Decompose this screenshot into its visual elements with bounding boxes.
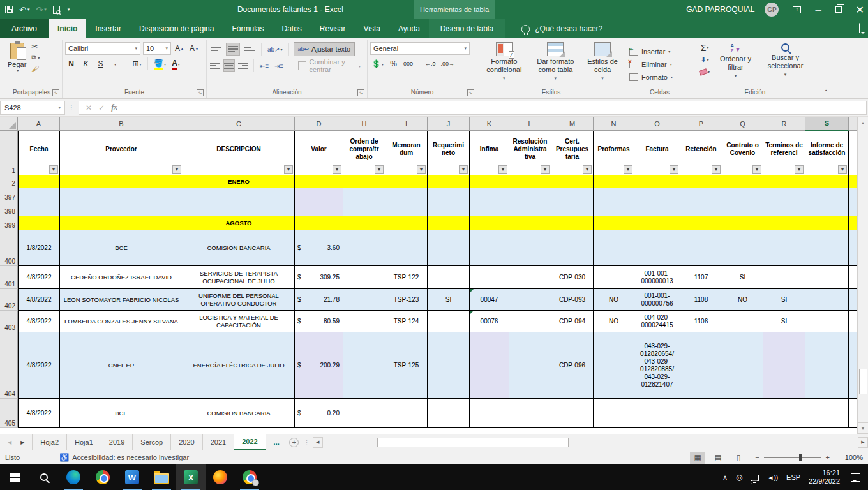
cell-O2[interactable]: [634, 175, 680, 188]
cell-J401[interactable]: [428, 266, 470, 289]
cell-O405[interactable]: [634, 399, 680, 428]
column-header-A[interactable]: A: [18, 117, 60, 131]
taskbar-search-button[interactable]: [29, 464, 59, 490]
tab-revisar[interactable]: Revisar: [311, 19, 355, 38]
close-button[interactable]: ✕: [856, 4, 864, 16]
cell-D401[interactable]: $309.25: [295, 266, 343, 289]
comma-style-icon[interactable]: 000: [402, 58, 414, 70]
cell-R399[interactable]: [763, 216, 805, 230]
cell-O401[interactable]: 001-001-000000013: [634, 266, 680, 289]
cell-P404[interactable]: [680, 332, 722, 399]
borders-icon[interactable]: ⊞▾: [131, 58, 143, 70]
cell-P397[interactable]: [680, 188, 722, 202]
accessibility-status[interactable]: ♿ Accesibilidad: es necesario investigar: [59, 453, 189, 462]
sheet-tab-2020[interactable]: 2020: [171, 434, 202, 450]
tab-disposicion[interactable]: Disposición de página: [130, 19, 223, 38]
cell-O402[interactable]: 001-001-000000756: [634, 289, 680, 311]
taskbar-chrome-profile[interactable]: [235, 464, 264, 490]
cell-R403[interactable]: SI: [763, 311, 805, 332]
cell-A400[interactable]: 1/8/2022: [18, 230, 60, 266]
filter-dropdown-icon[interactable]: ▼: [498, 165, 507, 174]
cell-D399[interactable]: [295, 216, 343, 230]
filter-dropdown-icon[interactable]: ▼: [670, 165, 678, 174]
cell-D404[interactable]: $200.29: [295, 332, 343, 399]
row-header-397[interactable]: 397: [0, 188, 18, 202]
header-cell-15[interactable]: Terminos de referenci▼: [763, 131, 805, 175]
scroll-down-icon[interactable]: ▼: [858, 422, 868, 434]
cell-S397[interactable]: [805, 188, 849, 202]
orientation-icon[interactable]: ab↗▾: [266, 43, 284, 56]
sheet-tabs-overflow[interactable]: ...: [266, 434, 287, 450]
increase-decimal-icon[interactable]: ←.0: [424, 58, 437, 70]
conditional-formatting-button[interactable]: Formato condicional▾: [480, 41, 528, 84]
cell-P400[interactable]: [680, 230, 722, 266]
sheet-tab-2019[interactable]: 2019: [101, 434, 133, 450]
header-cell-3[interactable]: DESCRIPCION▼: [183, 131, 295, 175]
filter-dropdown-icon[interactable]: ▼: [838, 165, 847, 174]
cell-B400[interactable]: BCE: [60, 230, 183, 266]
cell-A404[interactable]: 4/8/2022: [18, 332, 60, 399]
grow-font-icon[interactable]: A▲: [174, 43, 186, 55]
percent-icon[interactable]: %: [387, 58, 400, 70]
cell-Q399[interactable]: [722, 216, 763, 230]
cell-D405[interactable]: $0.20: [295, 399, 343, 428]
cell-R404[interactable]: [763, 332, 805, 399]
cell-L402[interactable]: [509, 289, 551, 311]
tab-datos[interactable]: Datos: [273, 19, 310, 38]
cell-B404[interactable]: CNEL EP: [60, 332, 183, 399]
cell-H402[interactable]: [343, 289, 385, 311]
cell-B399[interactable]: [60, 216, 183, 230]
cell-N403[interactable]: NO: [594, 311, 634, 332]
horizontal-scroll-thumb[interactable]: [377, 438, 569, 447]
header-cell-12[interactable]: Factura▼: [634, 131, 680, 175]
cell-R405[interactable]: [763, 399, 805, 428]
delete-cells-button[interactable]: Eliminar▾: [628, 58, 673, 71]
zoom-slider[interactable]: [764, 457, 821, 458]
header-cell-1[interactable]: Fecha▼: [18, 131, 60, 175]
header-cell-2[interactable]: Proveedor▼: [60, 131, 183, 175]
row-header-400[interactable]: 400: [0, 230, 18, 266]
print-preview-icon[interactable]: [53, 6, 60, 14]
cell-N401[interactable]: [594, 266, 634, 289]
filter-dropdown-icon[interactable]: ▼: [541, 165, 550, 174]
start-button[interactable]: [0, 464, 29, 490]
header-cell-10[interactable]: Cert. Presupues taria▼: [551, 131, 594, 175]
cell-H403[interactable]: [343, 311, 385, 332]
header-cell-5[interactable]: Orden de compra/tr abajo▼: [343, 131, 385, 175]
cell-C2[interactable]: ENERO: [183, 175, 295, 188]
currency-format-icon[interactable]: 💲▾: [370, 58, 385, 70]
filter-dropdown-icon[interactable]: ▼: [49, 165, 58, 174]
zoom-slider-thumb[interactable]: [799, 454, 802, 461]
cell-B403[interactable]: LOMBEIDA GONZALES JENNY SILVANA: [60, 311, 183, 332]
cell-I405[interactable]: [385, 399, 428, 428]
cell-L403[interactable]: [509, 311, 551, 332]
vertical-scrollbar[interactable]: ▲ ▼: [857, 117, 868, 434]
cell-Q2[interactable]: [722, 175, 763, 188]
action-center-icon[interactable]: [851, 473, 860, 482]
align-right-icon[interactable]: [237, 59, 249, 72]
cell-H405[interactable]: [343, 399, 385, 428]
cell-Q398[interactable]: [722, 202, 763, 216]
cell-A405[interactable]: 4/8/2022: [18, 399, 60, 428]
paste-button[interactable]: Pegar▾: [4, 41, 30, 75]
filter-dropdown-icon[interactable]: ▼: [795, 165, 804, 174]
taskbar-edge[interactable]: [59, 464, 88, 490]
format-cells-button[interactable]: Formato▾: [628, 71, 674, 84]
copy-icon[interactable]: ⧉ ▾: [31, 53, 40, 63]
dialog-launcher-icon[interactable]: ⇘: [197, 89, 204, 96]
cell-K405[interactable]: [470, 399, 509, 428]
cut-icon[interactable]: ✂: [31, 42, 40, 51]
sheet-tab-hoja2[interactable]: Hoja2: [32, 434, 67, 450]
autosum-icon[interactable]: Σ▾: [698, 42, 711, 53]
zoom-out-icon[interactable]: −: [755, 454, 759, 461]
dialog-launcher-icon[interactable]: ⇘: [357, 89, 364, 96]
cell-I398[interactable]: [385, 202, 428, 216]
cell-Q401[interactable]: SI: [722, 266, 763, 289]
cell-I397[interactable]: [385, 188, 428, 202]
cell-S2[interactable]: [805, 175, 849, 188]
format-as-table-button[interactable]: Dar formato como tabla▾: [528, 41, 583, 84]
cell-I401[interactable]: TSP-122: [385, 266, 428, 289]
scroll-right-icon[interactable]: ▶: [858, 437, 868, 448]
fill-icon[interactable]: ⬇▾: [698, 54, 711, 65]
cell-C401[interactable]: SERVICIOS DE TERAPISTA OCUPACIONAL DE JU…: [183, 266, 295, 289]
